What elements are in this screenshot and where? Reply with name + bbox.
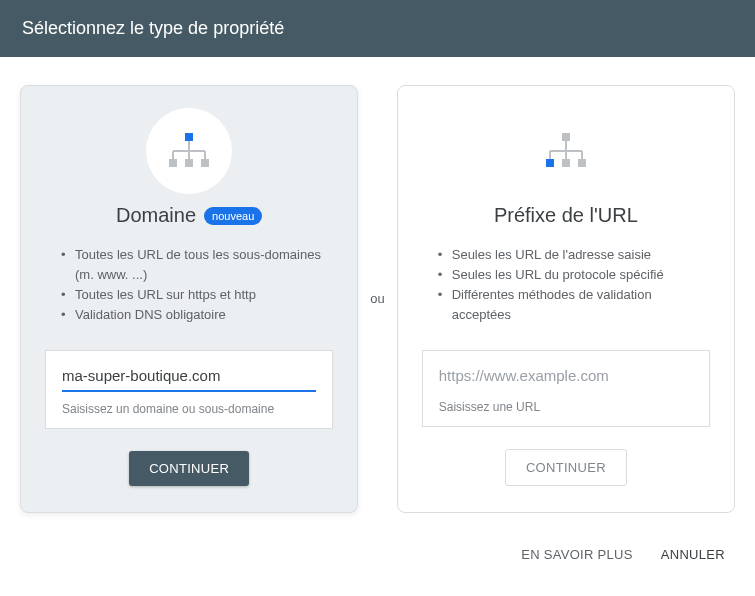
card-domain[interactable]: Domaine nouveau Toutes les URL de tous l… — [20, 85, 358, 513]
svg-rect-1 — [169, 159, 177, 167]
learn-more-link[interactable]: EN SAVOIR PLUS — [521, 547, 633, 562]
domain-input[interactable] — [62, 365, 316, 392]
svg-rect-2 — [185, 159, 193, 167]
url-input-block: Saisissez une URL — [422, 350, 710, 427]
dialog-header: Sélectionnez le type de propriété — [0, 0, 755, 57]
new-badge: nouveau — [204, 207, 262, 225]
url-input-helper: Saisissez une URL — [439, 400, 693, 414]
domain-input-block: Saisissez un domaine ou sous-domaine — [45, 350, 333, 429]
dialog-footer: EN SAVOIR PLUS ANNULER — [0, 533, 755, 576]
url-input[interactable] — [439, 365, 693, 390]
url-continue-button[interactable]: CONTINUER — [505, 449, 627, 486]
list-item: Seules les URL du protocole spécifié — [438, 265, 710, 285]
list-item: Toutes les URL de tous les sous-domaines… — [61, 245, 333, 285]
domain-input-helper: Saisissez un domaine ou sous-domaine — [62, 402, 316, 416]
list-item: Différentes méthodes de validation accep… — [438, 285, 710, 325]
url-sitemap-icon — [523, 108, 609, 194]
card-url-prefix[interactable]: Préfixe de l'URL Seules les URL de l'adr… — [397, 85, 735, 513]
cancel-button[interactable]: ANNULER — [661, 547, 725, 562]
list-item: Toutes les URL sur https et http — [61, 285, 333, 305]
domain-title-row: Domaine nouveau — [45, 204, 333, 227]
svg-rect-0 — [185, 133, 193, 141]
list-item: Validation DNS obligatoire — [61, 305, 333, 325]
dialog-title: Sélectionnez le type de propriété — [22, 18, 284, 38]
domain-bullets: Toutes les URL de tous les sous-domaines… — [45, 245, 333, 326]
svg-rect-9 — [562, 133, 570, 141]
url-bullets: Seules les URL de l'adresse saisie Seule… — [422, 245, 710, 326]
domain-sitemap-icon — [146, 108, 232, 194]
url-prefix-title: Préfixe de l'URL — [494, 204, 638, 227]
dialog-content: Domaine nouveau Toutes les URL de tous l… — [0, 57, 755, 533]
or-separator: ou — [370, 291, 384, 306]
domain-continue-button[interactable]: CONTINUER — [129, 451, 249, 486]
url-title-row: Préfixe de l'URL — [422, 204, 710, 227]
svg-rect-12 — [578, 159, 586, 167]
svg-rect-3 — [201, 159, 209, 167]
list-item: Seules les URL de l'adresse saisie — [438, 245, 710, 265]
domain-title: Domaine — [116, 204, 196, 227]
svg-rect-11 — [562, 159, 570, 167]
svg-rect-10 — [546, 159, 554, 167]
